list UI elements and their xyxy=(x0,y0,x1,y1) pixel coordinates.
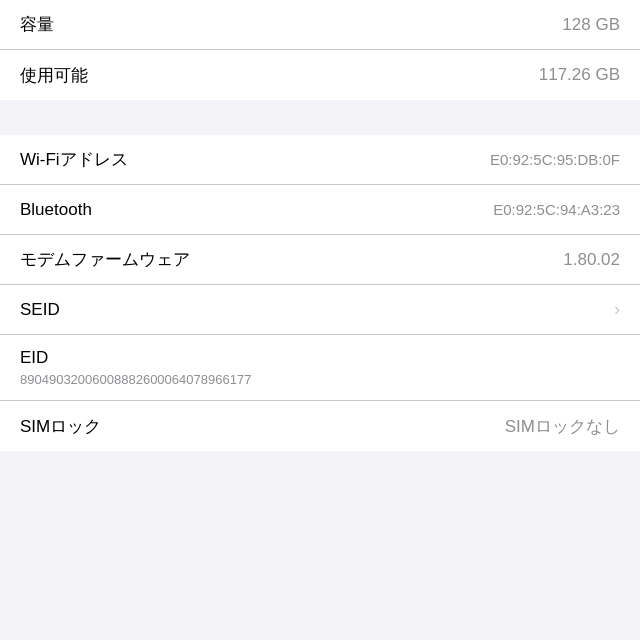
bluetooth-label: Bluetooth xyxy=(20,200,92,220)
capacity-row: 容量 128 GB xyxy=(0,0,640,50)
sim-label: SIMロック xyxy=(20,415,101,438)
modem-label: モデムファームウェア xyxy=(20,248,190,271)
eid-row: EID 89049032006008882600064078966177 xyxy=(0,335,640,401)
separator-1 xyxy=(0,100,640,135)
modem-row: モデムファームウェア 1.80.02 xyxy=(0,235,640,285)
settings-list: 容量 128 GB 使用可能 117.26 GB Wi-Fiアドレス E0:92… xyxy=(0,0,640,451)
chevron-icon: › xyxy=(614,299,620,320)
available-label: 使用可能 xyxy=(20,64,88,87)
bluetooth-row: Bluetooth E0:92:5C:94:A3:23 xyxy=(0,185,640,235)
network-section: Wi-Fiアドレス E0:92:5C:95:DB:0F Bluetooth E0… xyxy=(0,135,640,451)
wifi-row: Wi-Fiアドレス E0:92:5C:95:DB:0F xyxy=(0,135,640,185)
sim-value: SIMロックなし xyxy=(505,415,620,438)
capacity-label: 容量 xyxy=(20,13,54,36)
seid-label: SEID xyxy=(20,300,60,320)
bluetooth-value: E0:92:5C:94:A3:23 xyxy=(493,201,620,218)
seid-row[interactable]: SEID › xyxy=(0,285,640,335)
available-row: 使用可能 117.26 GB xyxy=(0,50,640,100)
sim-row: SIMロック SIMロックなし xyxy=(0,401,640,451)
eid-label: EID xyxy=(20,348,48,368)
eid-value: 89049032006008882600064078966177 xyxy=(20,372,251,387)
wifi-value: E0:92:5C:95:DB:0F xyxy=(490,151,620,168)
available-value: 117.26 GB xyxy=(539,65,620,85)
storage-section: 容量 128 GB 使用可能 117.26 GB xyxy=(0,0,640,100)
modem-value: 1.80.02 xyxy=(563,250,620,270)
capacity-value: 128 GB xyxy=(562,15,620,35)
seid-right: › xyxy=(606,299,620,320)
wifi-label: Wi-Fiアドレス xyxy=(20,148,128,171)
